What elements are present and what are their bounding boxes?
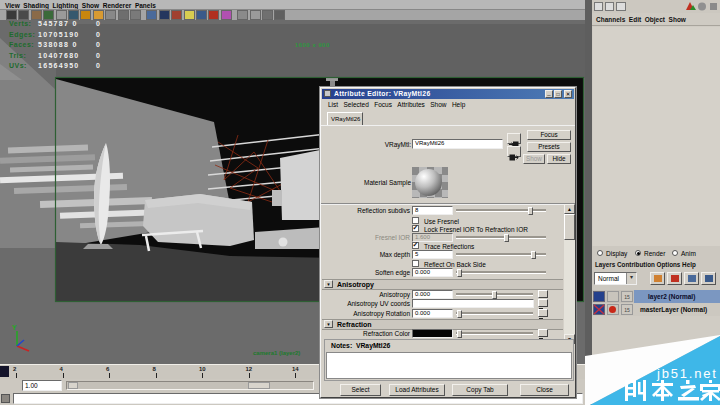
svg-text:Y: Y	[12, 324, 17, 331]
svg-text:jb51.net: jb51.net	[656, 366, 718, 381]
